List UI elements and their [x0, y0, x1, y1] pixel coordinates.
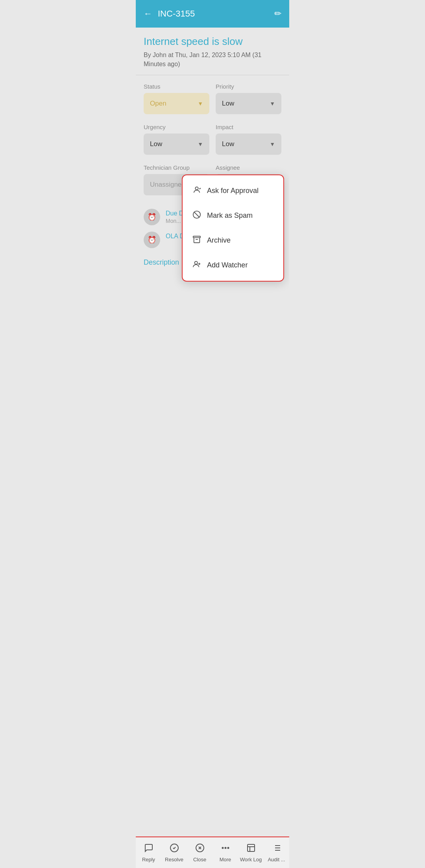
priority-label: Priority	[216, 83, 281, 90]
priority-field: Priority Low ▼	[216, 83, 281, 114]
status-field: Status Open ▼	[144, 83, 209, 114]
popup-menu: Ask for Approval Mark as Spam Archive	[182, 174, 284, 282]
status-value: Open	[150, 100, 166, 108]
edit-icon[interactable]: ✏	[274, 9, 281, 19]
svg-rect-3	[193, 236, 200, 238]
svg-point-0	[195, 187, 198, 189]
impact-chevron: ▼	[270, 141, 275, 147]
impact-value: Low	[222, 140, 234, 148]
header-title: INC-3155	[158, 9, 195, 19]
status-select[interactable]: Open ▼	[144, 93, 209, 114]
status-priority-row: Status Open ▼ Priority Low ▼	[144, 83, 281, 114]
urgency-label: Urgency	[144, 124, 209, 130]
impact-field: Impact Low ▼	[216, 124, 281, 155]
title-section: Internet speed is slow By John at Thu, J…	[136, 28, 289, 75]
add-watcher-label: Add Watcher	[207, 261, 248, 269]
archive-label: Archive	[207, 236, 231, 245]
tech-group-label: Technician Group	[144, 164, 209, 171]
ask-approval-icon	[192, 185, 201, 196]
ola-icon: ⏰	[144, 232, 160, 248]
ask-approval-item[interactable]: Ask for Approval	[183, 178, 283, 203]
priority-select[interactable]: Low ▼	[216, 93, 281, 114]
priority-chevron: ▼	[270, 100, 275, 107]
urgency-chevron: ▼	[198, 141, 203, 147]
add-watcher-icon	[192, 260, 201, 271]
svg-line-2	[194, 212, 200, 217]
due-date-icon: ⏰	[144, 209, 160, 225]
back-button[interactable]: ←	[144, 9, 152, 19]
ask-approval-label: Ask for Approval	[207, 187, 259, 195]
mark-spam-icon	[192, 210, 201, 221]
urgency-field: Urgency Low ▼	[144, 124, 209, 155]
urgency-value: Low	[150, 140, 162, 148]
add-watcher-item[interactable]: Add Watcher	[183, 253, 283, 278]
urgency-impact-row: Urgency Low ▼ Impact Low ▼	[144, 124, 281, 155]
svg-point-5	[195, 261, 198, 264]
incident-meta: By John at Thu, Jan 12, 2023 5:10 AM (31…	[144, 51, 281, 69]
main-content: Internet speed is slow By John at Thu, J…	[136, 28, 289, 310]
archive-icon	[192, 235, 201, 246]
urgency-select[interactable]: Low ▼	[144, 134, 209, 155]
header-left: ← INC-3155	[144, 9, 195, 19]
app-header: ← INC-3155 ✏	[136, 0, 289, 28]
archive-item[interactable]: Archive	[183, 228, 283, 253]
assignee-label: Assignee	[216, 164, 281, 171]
impact-select[interactable]: Low ▼	[216, 134, 281, 155]
priority-value: Low	[222, 100, 234, 108]
incident-title: Internet speed is slow	[144, 35, 281, 48]
impact-label: Impact	[216, 124, 281, 130]
status-label: Status	[144, 83, 209, 90]
mark-spam-item[interactable]: Mark as Spam	[183, 203, 283, 228]
mark-spam-label: Mark as Spam	[207, 211, 253, 220]
status-chevron: ▼	[198, 100, 203, 107]
